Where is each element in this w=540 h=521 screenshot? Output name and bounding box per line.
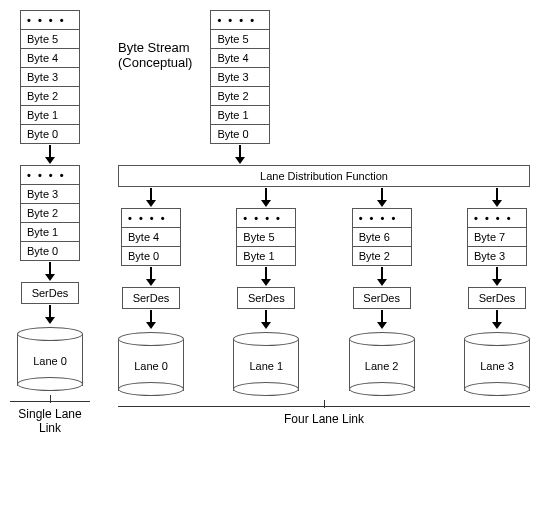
- serdes-block: SerDes: [353, 287, 411, 309]
- buffer-byte: Byte 2: [21, 204, 79, 223]
- lane-0-column: • • • • Byte 4 Byte 0 SerDes Lane 0: [118, 187, 184, 396]
- stream-byte: Byte 2: [211, 87, 269, 106]
- buffer-byte: Byte 3: [468, 247, 526, 266]
- buffer-byte: Byte 0: [122, 247, 180, 266]
- arrow-down-icon: [265, 188, 267, 202]
- serdes-block: SerDes: [468, 287, 526, 309]
- buffer-byte: Byte 5: [237, 228, 295, 247]
- input-byte-stream-left: • • • • Byte 5 Byte 4 Byte 3 Byte 2 Byte…: [20, 10, 80, 144]
- lane-buffer: • • • • Byte 7 Byte 3: [467, 208, 527, 266]
- arrow-down-icon: [496, 310, 498, 324]
- stream-byte: Byte 5: [21, 30, 79, 49]
- arrow-down-icon: [265, 310, 267, 324]
- arrow-down-icon: [49, 262, 51, 276]
- ellipsis-icon: • • • •: [21, 11, 79, 30]
- lane-cylinder: Lane 0: [17, 327, 83, 391]
- lane-buffer: • • • • Byte 4 Byte 0: [121, 208, 181, 266]
- four-lane-column: Byte Stream (Conceptual) • • • • Byte 5 …: [118, 10, 530, 426]
- lane-buffer-left: • • • • Byte 3 Byte 2 Byte 1 Byte 0: [20, 165, 80, 261]
- buffer-byte: Byte 3: [21, 185, 79, 204]
- single-lane-brace: Single Lane Link: [10, 397, 90, 435]
- ellipsis-icon: • • • •: [237, 209, 295, 228]
- arrow-down-icon: [496, 267, 498, 281]
- stream-byte: Byte 1: [21, 106, 79, 125]
- stream-byte: Byte 0: [211, 125, 269, 144]
- lane-label: Lane 0: [17, 355, 83, 367]
- lane-label: Lane 2: [349, 360, 415, 372]
- buffer-byte: Byte 1: [21, 223, 79, 242]
- four-lane-brace: Four Lane Link: [118, 402, 530, 426]
- stream-byte: Byte 1: [211, 106, 269, 125]
- lane-cylinder: Lane 2: [349, 332, 415, 396]
- ellipsis-icon: • • • •: [468, 209, 526, 228]
- lane-distribution-function: Lane Distribution Function: [118, 165, 530, 187]
- ellipsis-icon: • • • •: [353, 209, 411, 228]
- byte-stream-title: Byte Stream (Conceptual): [118, 10, 210, 70]
- arrow-down-icon: [49, 145, 51, 159]
- stream-byte: Byte 3: [21, 68, 79, 87]
- single-lane-column: • • • • Byte 5 Byte 4 Byte 3 Byte 2 Byte…: [10, 10, 90, 435]
- lane-buffer: • • • • Byte 5 Byte 1: [236, 208, 296, 266]
- arrow-down-icon: [381, 310, 383, 324]
- arrow-down-icon: [150, 188, 152, 202]
- lane-label: Lane 3: [464, 360, 530, 372]
- lane-buffer: • • • • Byte 6 Byte 2: [352, 208, 412, 266]
- buffer-byte: Byte 6: [353, 228, 411, 247]
- lane-cylinder: Lane 0: [118, 332, 184, 396]
- ellipsis-icon: • • • •: [21, 166, 79, 185]
- ellipsis-icon: • • • •: [211, 11, 269, 30]
- arrow-down-icon: [381, 188, 383, 202]
- arrow-down-icon: [150, 310, 152, 324]
- ellipsis-icon: • • • •: [122, 209, 180, 228]
- lane-label: Lane 0: [118, 360, 184, 372]
- serdes-block: SerDes: [21, 282, 79, 304]
- buffer-byte: Byte 1: [237, 247, 295, 266]
- buffer-byte: Byte 2: [353, 247, 411, 266]
- stream-byte: Byte 4: [21, 49, 79, 68]
- arrow-down-icon: [49, 305, 51, 319]
- lane-2-column: • • • • Byte 6 Byte 2 SerDes Lane 2: [349, 187, 415, 396]
- stream-byte: Byte 2: [21, 87, 79, 106]
- lane-cylinder: Lane 3: [464, 332, 530, 396]
- arrow-down-icon: [150, 267, 152, 281]
- lane-1-column: • • • • Byte 5 Byte 1 SerDes Lane 1: [233, 187, 299, 396]
- four-lane-caption: Four Lane Link: [118, 412, 530, 426]
- lane-3-column: • • • • Byte 7 Byte 3 SerDes Lane 3: [464, 187, 530, 396]
- single-lane-caption: Single Lane Link: [10, 407, 90, 435]
- byte-striping-diagram: • • • • Byte 5 Byte 4 Byte 3 Byte 2 Byte…: [10, 10, 530, 435]
- buffer-byte: Byte 7: [468, 228, 526, 247]
- arrow-down-icon: [496, 188, 498, 202]
- stream-byte: Byte 4: [211, 49, 269, 68]
- buffer-byte: Byte 4: [122, 228, 180, 247]
- stream-byte: Byte 0: [21, 125, 79, 144]
- arrow-down-icon: [381, 267, 383, 281]
- serdes-block: SerDes: [237, 287, 295, 309]
- arrow-down-icon: [265, 267, 267, 281]
- serdes-block: SerDes: [122, 287, 180, 309]
- buffer-byte: Byte 0: [21, 242, 79, 261]
- input-byte-stream-right: • • • • Byte 5 Byte 4 Byte 3 Byte 2 Byte…: [210, 10, 270, 144]
- arrow-down-icon: [239, 145, 241, 159]
- stream-byte: Byte 5: [211, 30, 269, 49]
- stream-byte: Byte 3: [211, 68, 269, 87]
- lane-label: Lane 1: [233, 360, 299, 372]
- lane-cylinder: Lane 1: [233, 332, 299, 396]
